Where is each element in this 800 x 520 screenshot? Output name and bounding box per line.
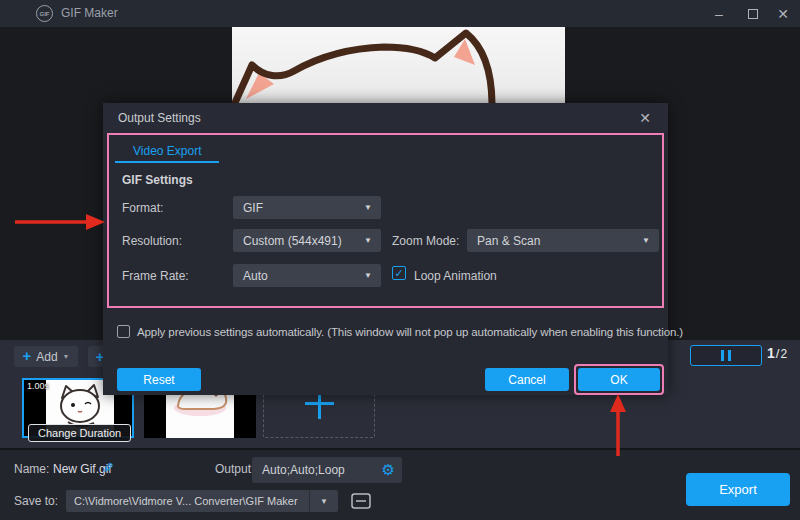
frame-counter: 1 / 2: [767, 345, 787, 366]
export-button[interactable]: Export: [686, 473, 790, 506]
zoom-mode-value: Pan & Scan: [467, 234, 642, 248]
resolution-value: Custom (544x491): [233, 234, 364, 248]
pause-button[interactable]: [690, 345, 762, 366]
zoom-mode-label: Zoom Mode:: [392, 234, 459, 248]
open-folder-button[interactable]: [348, 490, 374, 512]
maximize-icon: [748, 9, 758, 19]
gif-settings-heading: GIF Settings: [122, 173, 193, 187]
tab-underline: [115, 161, 219, 163]
cat-preview-image: [232, 27, 565, 103]
annotation-arrow-left: [12, 211, 107, 233]
apply-previous-checkbox[interactable]: [117, 325, 130, 338]
format-dropdown[interactable]: GIF ▼: [233, 196, 381, 219]
close-button[interactable]: ✕: [770, 0, 796, 27]
loop-animation-checkbox[interactable]: ✓: [392, 266, 406, 280]
chevron-down-icon: ▼: [642, 236, 659, 245]
frame-duration-badge: 1.00s: [27, 381, 49, 391]
folder-icon: [351, 493, 371, 509]
ok-button-highlight: OK: [574, 364, 664, 395]
output-value: Auto;Auto;Loop: [252, 463, 382, 477]
frame-rate-value: Auto: [233, 269, 364, 283]
add-label: Add: [36, 350, 57, 364]
frame-separator: /: [776, 346, 780, 361]
gear-icon[interactable]: ⚙: [382, 461, 402, 479]
apply-previous-label: Apply previous settings automatically. (…: [137, 326, 683, 338]
name-label: Name:: [14, 462, 49, 476]
tab-video-export[interactable]: Video Export: [133, 144, 202, 158]
plus-icon: +: [22, 348, 31, 363]
gif-maker-window: GIF GIF Maker – ✕ + Add ▼ + 1 / 2: [0, 0, 800, 520]
dialog-header: Output Settings ✕: [103, 103, 668, 133]
video-preview: [232, 27, 565, 103]
output-label: Output:: [215, 462, 254, 476]
chevron-down-icon: ▼: [63, 353, 70, 360]
resolution-label: Resolution:: [122, 234, 182, 248]
output-settings-field[interactable]: Auto;Auto;Loop ⚙: [252, 457, 402, 483]
change-duration-button[interactable]: Change Duration: [28, 424, 131, 442]
pause-icon: [721, 350, 724, 361]
window-title: GIF Maker: [61, 0, 118, 27]
chevron-down-icon: ▼: [364, 271, 381, 280]
loop-animation-label: Loop Animation: [414, 269, 497, 283]
frame-rate-label: Frame Rate:: [122, 269, 189, 283]
save-path-dropdown[interactable]: C:\Vidmore\Vidmore V... Converter\GIF Ma…: [66, 490, 338, 512]
frame-total: 2: [780, 347, 787, 361]
save-path-value: C:\Vidmore\Vidmore V... Converter\GIF Ma…: [66, 495, 309, 507]
chevron-down-icon: ▼: [364, 236, 381, 245]
settings-highlight-box: Video Export GIF Settings Format: GIF ▼ …: [107, 133, 664, 308]
edit-name-icon[interactable]: ✎: [102, 460, 114, 476]
ok-button[interactable]: OK: [578, 368, 660, 391]
frame-current: 1: [767, 345, 775, 361]
annotation-arrow-ok: [606, 394, 630, 458]
minimize-button[interactable]: –: [706, 0, 732, 27]
dialog-close-icon[interactable]: ✕: [634, 103, 656, 133]
cancel-button[interactable]: Cancel: [485, 368, 569, 391]
maximize-button[interactable]: [740, 0, 766, 27]
plus-icon: [305, 402, 334, 405]
title-bar: GIF GIF Maker – ✕: [0, 0, 800, 27]
footer-panel: Name: New Gif.gif ✎ Output: Auto;Auto;Lo…: [0, 450, 800, 520]
format-value: GIF: [233, 201, 364, 215]
chevron-down-icon: ▼: [310, 497, 338, 506]
reset-button[interactable]: Reset: [117, 368, 201, 391]
pause-icon: [728, 350, 731, 361]
dialog-title: Output Settings: [118, 103, 201, 133]
format-label: Format:: [122, 201, 163, 215]
save-to-label: Save to:: [14, 494, 58, 508]
output-settings-dialog: Output Settings ✕ Video Export GIF Setti…: [103, 103, 668, 395]
chevron-down-icon: ▼: [364, 203, 381, 212]
frame-rate-dropdown[interactable]: Auto ▼: [233, 264, 381, 287]
add-frame-button[interactable]: + Add ▼: [14, 346, 78, 367]
zoom-mode-dropdown[interactable]: Pan & Scan ▼: [467, 229, 659, 252]
app-logo-icon: GIF: [36, 5, 53, 22]
resolution-dropdown[interactable]: Custom (544x491) ▼: [233, 229, 381, 252]
